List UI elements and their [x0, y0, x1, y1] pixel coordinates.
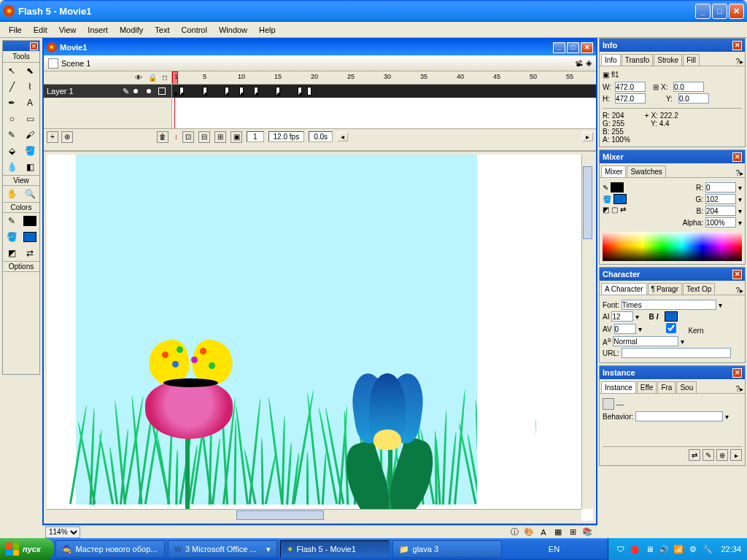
stroke-swatch[interactable] [611, 182, 624, 192]
show-instance-icon[interactable]: ▦ [552, 526, 564, 538]
tray-icon[interactable]: ⚙ [687, 543, 699, 555]
default-colors-icon[interactable]: ◩ [603, 206, 609, 214]
registration-icon[interactable]: ⊞ [653, 83, 659, 91]
menu-control[interactable]: Control [175, 24, 212, 36]
edit-symbol-button[interactable]: ✎ [703, 449, 714, 461]
bold-button[interactable]: B [649, 313, 654, 321]
eraser-tool[interactable]: ◧ [21, 159, 39, 175]
taskbar-item[interactable]: 🧙Мастер нового обор... [55, 540, 165, 558]
swap-symbol-button[interactable]: ⇄ [689, 449, 700, 461]
add-layer-button[interactable]: + [47, 131, 58, 143]
text-tool[interactable]: A [21, 95, 39, 111]
vertical-scrollbar[interactable] [581, 155, 593, 509]
chevron-down-icon[interactable]: ▾ [738, 195, 742, 203]
layer-row[interactable]: Layer 1 ✎ [44, 85, 171, 98]
menu-icon[interactable]: ▸ [740, 169, 743, 177]
y-field[interactable] [678, 93, 709, 104]
tray-icon[interactable]: 🔧 [702, 543, 713, 555]
tray-icon[interactable]: ⬤ [629, 543, 640, 555]
onion-skin-button[interactable]: ⊡ [182, 131, 194, 143]
lock-dot[interactable] [147, 89, 151, 93]
timeline-frames[interactable] [171, 85, 596, 128]
show-info-icon[interactable]: ⓘ [508, 526, 520, 538]
width-field[interactable] [615, 82, 646, 92]
onion-outline-button[interactable]: ⊟ [198, 131, 210, 143]
edit-multi-button[interactable]: ⊞ [214, 131, 226, 143]
lock-icon[interactable]: 🔒 [148, 74, 157, 82]
add-guide-button[interactable]: ⊕ [61, 131, 73, 143]
scroll-right-button[interactable]: ▸ [582, 132, 593, 141]
tray-icon[interactable]: 📶 [673, 543, 684, 555]
brush-tool[interactable]: 🖌 [21, 127, 39, 143]
outline-icon[interactable]: □ [163, 74, 167, 82]
color-spectrum[interactable] [603, 232, 742, 261]
tab-mixer[interactable]: Mixer [601, 166, 626, 177]
edit-scene-button[interactable]: 📽 [575, 59, 583, 68]
oval-tool[interactable]: ○ [3, 111, 20, 127]
tab-effect[interactable]: Effe [637, 381, 657, 393]
delete-layer-button[interactable]: 🗑 [157, 131, 169, 143]
chevron-down-icon[interactable]: ▾ [738, 184, 742, 192]
fill-swatch[interactable] [614, 194, 627, 204]
eye-icon[interactable]: 👁 [135, 74, 142, 82]
menu-insert[interactable]: Insert [82, 24, 114, 36]
text-color-swatch[interactable] [665, 311, 678, 322]
language-indicator[interactable]: EN [546, 545, 562, 553]
tracking-field[interactable] [614, 324, 636, 334]
chevron-down-icon[interactable]: ▾ [738, 207, 742, 215]
doc-close-button[interactable]: ✕ [581, 42, 593, 53]
chevron-down-icon[interactable]: ▾ [638, 325, 642, 333]
zoom-select[interactable]: 114% [45, 526, 80, 538]
g-field[interactable] [705, 194, 736, 204]
chevron-down-icon[interactable]: ▾ [725, 413, 729, 421]
subselect-tool[interactable]: ⬉ [21, 63, 39, 79]
horizontal-scrollbar[interactable] [47, 509, 581, 521]
kern-checkbox[interactable] [656, 323, 686, 333]
none-color-icon[interactable]: ▢ [611, 206, 618, 214]
zoom-tool[interactable]: 🔍 [21, 186, 39, 202]
close-icon[interactable]: ✕ [732, 152, 742, 162]
tray-icon[interactable]: 🔊 [658, 543, 670, 555]
menu-help[interactable]: Help [253, 24, 282, 36]
menu-modify[interactable]: Modify [114, 24, 149, 36]
behavior-select[interactable] [635, 411, 723, 421]
edit-actions-button[interactable]: ▸ [730, 449, 742, 461]
swap-colors-button[interactable]: ⇄ [21, 245, 39, 261]
tab-transform[interactable]: Transfo [622, 54, 654, 66]
duplicate-button[interactable]: ⊕ [716, 449, 728, 461]
tray-icon[interactable]: 🛡 [614, 543, 626, 555]
taskbar-item[interactable]: 📁glava 3 [392, 540, 502, 558]
stage[interactable]: document.write(Array.from({length:70},(_… [76, 155, 477, 505]
chevron-down-icon[interactable]: ▾ [719, 301, 722, 309]
show-movie-explorer-icon[interactable]: ⊞ [567, 526, 578, 538]
close-button[interactable]: ✕ [729, 4, 744, 19]
chevron-down-icon[interactable]: ▾ [681, 338, 684, 346]
tab-swatches[interactable]: Swatches [627, 166, 665, 177]
rectangle-tool[interactable]: ▭ [21, 111, 39, 127]
tab-paragraph[interactable]: ¶ Paragr [648, 283, 682, 295]
menu-icon[interactable]: ▸ [740, 58, 743, 66]
alpha-field[interactable] [705, 217, 736, 228]
arrow-tool[interactable]: ↖ [3, 63, 20, 79]
show-library-icon[interactable]: 📚 [581, 526, 593, 538]
show-mixer-icon[interactable]: 🎨 [523, 526, 535, 538]
tray-icon[interactable]: 🖥 [643, 543, 655, 555]
taskbar-item[interactable]: W3 Microsoft Office ...▾ [168, 540, 277, 558]
font-size-field[interactable] [611, 311, 633, 322]
line-tool[interactable]: ╱ [3, 79, 20, 95]
menu-window[interactable]: Window [213, 24, 253, 36]
visibility-dot[interactable] [133, 89, 138, 93]
tools-panel-header[interactable]: ✕ [3, 41, 39, 51]
close-icon[interactable]: ✕ [732, 270, 742, 279]
url-field[interactable] [622, 348, 731, 358]
height-field[interactable] [615, 93, 646, 104]
document-titlebar[interactable]: ✶ Movie1 _ □ ✕ [44, 39, 596, 55]
ink-bottle-tool[interactable]: ⬙ [3, 143, 20, 159]
maximize-button[interactable]: □ [712, 4, 727, 19]
menu-view[interactable]: View [53, 24, 82, 36]
close-icon[interactable]: ✕ [30, 42, 38, 50]
doc-minimize-button[interactable]: _ [553, 42, 565, 53]
timeline-ruler[interactable]: 1 5 10 15 20 25 30 35 40 45 50 55 60 65 [171, 71, 596, 84]
position-select[interactable] [613, 336, 678, 346]
fill-color-swatch[interactable] [21, 229, 39, 245]
